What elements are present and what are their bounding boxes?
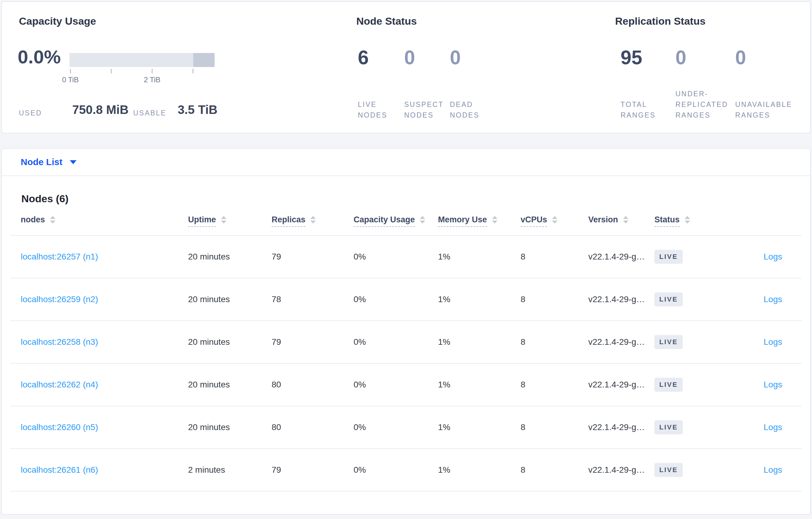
logs-cell: Logs	[740, 337, 802, 347]
node-link[interactable]: localhost:26259 (n2)	[21, 295, 98, 304]
node-cell: localhost:26257 (n1)	[10, 252, 188, 262]
axis-tick	[193, 69, 193, 73]
logs-cell: Logs	[740, 465, 802, 475]
table-row: localhost:26261 (n6) 2 minutes 79 0% 1% …	[10, 449, 802, 492]
column-header-nodes[interactable]: nodes	[10, 215, 188, 225]
unavailable-ranges-stat: 0 UNAVAILABLE RANGES	[735, 47, 792, 121]
table-row: localhost:26258 (n3) 20 minutes 79 0% 1%…	[10, 321, 802, 364]
replication-status-stats: 95 TOTAL RANGES 0 UNDER- REPLICATED RANG…	[620, 47, 792, 121]
replicas-cell: 79	[271, 465, 354, 475]
status-badge: LIVE	[655, 335, 683, 349]
live-nodes-label: LIVE NODES	[358, 99, 404, 121]
sort-icon	[50, 216, 56, 223]
capacity-cell: 0%	[354, 380, 438, 390]
vcpus-cell: 8	[521, 465, 588, 475]
logs-cell: Logs	[740, 423, 802, 432]
replicas-cell: 79	[271, 252, 354, 262]
column-header-label: Version	[588, 215, 618, 225]
sort-icon	[685, 216, 690, 223]
capacity-cell: 0%	[354, 423, 438, 432]
logs-cell: Logs	[740, 252, 802, 262]
status-cell: LIVE	[655, 293, 740, 306]
replicas-cell: 79	[271, 337, 354, 347]
under-replicated-ranges-label: UNDER- REPLICATED RANGES	[675, 89, 735, 121]
live-nodes-stat: 6 LIVE NODES	[358, 47, 404, 121]
memory-cell: 1%	[438, 380, 521, 390]
column-header-label: Uptime	[188, 215, 216, 227]
node-link[interactable]: localhost:26261 (n6)	[21, 465, 98, 475]
uptime-cell: 20 minutes	[188, 252, 271, 262]
logs-link[interactable]: Logs	[763, 423, 782, 432]
unavailable-ranges-label: UNAVAILABLE RANGES	[735, 99, 792, 121]
node-link[interactable]: localhost:26260 (n5)	[21, 423, 98, 432]
vcpus-cell: 8	[521, 295, 588, 304]
sort-icon	[310, 216, 316, 223]
chevron-down-icon	[70, 160, 77, 164]
suspect-nodes-value: 0	[404, 47, 450, 68]
node-status-title: Node Status	[356, 15, 417, 27]
status-cell: LIVE	[655, 463, 740, 477]
replication-status-title: Replication Status	[615, 15, 706, 27]
nodes-table-header: nodes Uptime Replicas Capacity Usage Mem…	[10, 216, 802, 236]
node-link[interactable]: localhost:26257 (n1)	[21, 252, 98, 261]
node-cell: localhost:26259 (n2)	[10, 295, 188, 304]
node-link[interactable]: localhost:26262 (n4)	[21, 380, 98, 389]
table-row: localhost:26262 (n4) 20 minutes 80 0% 1%…	[10, 364, 802, 406]
sort-icon	[420, 216, 425, 223]
sort-icon	[492, 216, 497, 223]
version-cell: v22.1.4-29-g…	[588, 252, 655, 262]
column-header-version[interactable]: Version	[588, 215, 655, 225]
memory-cell: 1%	[438, 295, 521, 304]
version-cell: v22.1.4-29-g…	[588, 337, 655, 347]
usable-label: USABLE	[133, 109, 167, 117]
capacity-axis: 0 TiB 2 TiB	[69, 67, 214, 73]
logs-link[interactable]: Logs	[763, 252, 782, 261]
uptime-cell: 2 minutes	[188, 465, 271, 475]
uptime-cell: 20 minutes	[188, 380, 271, 390]
column-header-memory-use[interactable]: Memory Use	[438, 215, 521, 225]
node-list-dropdown-label: Node List	[21, 157, 62, 167]
logs-cell: Logs	[740, 380, 802, 390]
uptime-cell: 20 minutes	[188, 337, 271, 347]
logs-link[interactable]: Logs	[763, 295, 782, 304]
column-header-uptime[interactable]: Uptime	[188, 215, 271, 225]
table-row: localhost:26257 (n1) 20 minutes 79 0% 1%…	[10, 236, 802, 278]
vcpus-cell: 8	[521, 337, 588, 347]
table-row: localhost:26259 (n2) 20 minutes 78 0% 1%…	[10, 278, 802, 321]
axis-label-0: 0 TiB	[58, 75, 83, 84]
node-list-panel: Node List Nodes (6) nodes Uptime Replica…	[1, 148, 811, 515]
dead-nodes-label: DEAD NODES	[450, 99, 480, 121]
vcpus-cell: 8	[521, 423, 588, 432]
status-badge: LIVE	[655, 293, 683, 306]
column-header-capacity-usage[interactable]: Capacity Usage	[354, 215, 438, 225]
column-header-status[interactable]: Status	[655, 215, 740, 225]
capacity-usage-bar: 0 TiB 2 TiB	[69, 53, 214, 73]
logs-link[interactable]: Logs	[763, 380, 782, 389]
replicas-cell: 80	[271, 380, 354, 390]
column-header-label: nodes	[21, 215, 45, 226]
vcpus-cell: 8	[521, 380, 588, 390]
logs-link[interactable]: Logs	[763, 337, 782, 346]
logs-cell: Logs	[740, 295, 802, 304]
uptime-cell: 20 minutes	[188, 423, 271, 432]
status-badge: LIVE	[655, 250, 683, 264]
memory-cell: 1%	[438, 252, 521, 262]
node-list-dropdown[interactable]: Node List	[2, 149, 810, 176]
sort-icon	[623, 216, 629, 223]
logs-link[interactable]: Logs	[763, 465, 782, 475]
column-header-vcpus[interactable]: vCPUs	[521, 215, 588, 225]
status-badge: LIVE	[655, 378, 683, 392]
axis-tick	[70, 69, 71, 73]
column-header-label: vCPUs	[521, 215, 547, 227]
node-link[interactable]: localhost:26258 (n3)	[21, 337, 98, 346]
total-ranges-value: 95	[620, 47, 675, 68]
status-badge: LIVE	[655, 420, 683, 434]
under-replicated-ranges-value: 0	[675, 47, 735, 68]
status-cell: LIVE	[655, 335, 740, 349]
nodes-table-area: Nodes (6) nodes Uptime Replicas Capacity…	[10, 192, 802, 492]
live-nodes-value: 6	[358, 47, 404, 68]
dead-nodes-stat: 0 DEAD NODES	[450, 47, 480, 121]
node-cell: localhost:26262 (n4)	[10, 380, 188, 390]
version-cell: v22.1.4-29-g…	[588, 295, 655, 304]
column-header-replicas[interactable]: Replicas	[271, 215, 354, 225]
